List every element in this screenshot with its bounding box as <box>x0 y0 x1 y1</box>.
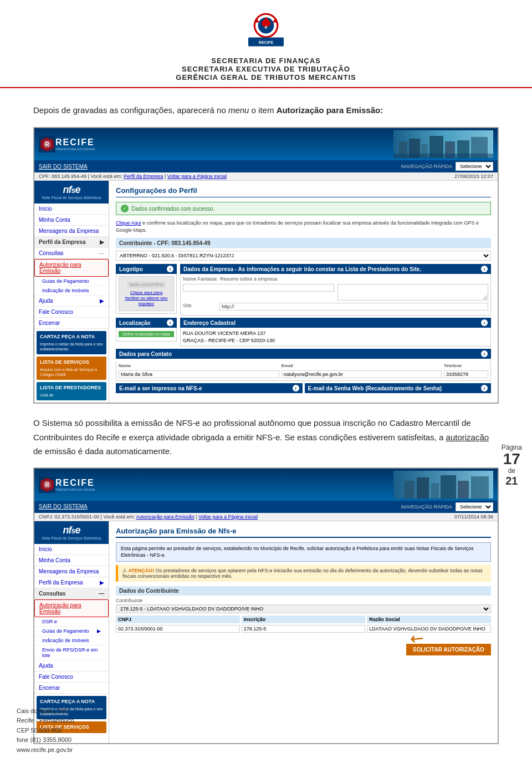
info-icon-6[interactable]: i <box>293 385 299 391</box>
nome-fantasia-input[interactable] <box>183 284 334 292</box>
address-line2: GRAÇAS - RECIFE-PE - CEP 52020-130 <box>183 337 488 344</box>
nav-label: NAVEGAÇÃO RÁPIDA <box>401 164 452 169</box>
contact-name: Maria da Silva <box>119 370 279 378</box>
sidebar2-mensagens[interactable]: Mensagens da Empresa <box>34 566 109 577</box>
mini-shield-icon-2: R <box>39 476 55 493</box>
inscricao-header: Inscrição <box>242 616 366 623</box>
mini-browser-1: R RECIFE PREFEITURA DA CIDADE <box>34 128 498 403</box>
sidebar2-encerrar[interactable]: Encerrar <box>34 683 109 694</box>
city-photo-icon-2 <box>393 471 493 499</box>
mini-recife-logo: R RECIFE PREFEITURA DA CIDADE <box>39 136 95 152</box>
nfse-logo: nfse Nota Fiscal de Serviços Eletrônica <box>34 181 109 204</box>
contribuinte-select[interactable]: ABTERRNO - 021.920.6 - DIST811.RZYN-1212… <box>116 251 491 261</box>
breadcrumb-link1[interactable]: Perfil da Empresa <box>124 174 163 179</box>
mini-content-area: Configurações do Perfil ✓ Dados confirma… <box>109 181 498 403</box>
checkmark-icon: ✓ <box>121 205 129 212</box>
banner-lista-servicos[interactable]: LISTA DE SERVIÇOS Arquivo com a lista de… <box>37 357 106 380</box>
sidebar2-fale[interactable]: Fale Conosco <box>34 672 109 683</box>
svg-rect-23 <box>393 154 493 158</box>
sidebar-item-inicio[interactable]: Início <box>34 204 109 215</box>
screenshot-box-1: R RECIFE PREFEITURA DA CIDADE <box>33 127 499 404</box>
logotipo-section-header: Logotipo i <box>116 264 177 274</box>
info-icon-2[interactable]: i <box>481 266 488 272</box>
contribuinte-select-2[interactable]: 278.125-5 - LDATAAO VGHVGLDAOO DV DADODP… <box>116 604 491 613</box>
sidebar2-minha-conta[interactable]: Minha Conta <box>34 555 109 566</box>
svg-text:R: R <box>45 482 49 488</box>
sidebar2-inicio[interactable]: Início <box>34 544 109 555</box>
sidebar-item-consultas[interactable]: Consultas — <box>34 248 109 259</box>
info-icon-7[interactable]: i <box>481 385 488 391</box>
sidebar-item-minha-conta[interactable]: Minha Conta <box>34 215 109 226</box>
sair-sistema-btn[interactable]: SAIR DO SISTEMA <box>39 164 88 170</box>
breadcrumb-date: 27/08/2015 12:07 <box>454 174 493 179</box>
banner-lista-prestadores[interactable]: LISTA DE PRESTADORES Lista de <box>37 382 106 400</box>
map-btn[interactable]: Define localização no mapa <box>119 331 174 337</box>
breadcrumb-cpf: CPF: 083.145.954-49 | Você está em: <box>39 174 122 179</box>
sidebar2-autorizacao[interactable]: Autorização para Emissão <box>34 599 109 617</box>
sidebar-item-perfil[interactable]: Perfil da Empresa ▶ <box>34 237 109 248</box>
sair-sistema-btn-2[interactable]: SAIR DO SISTEMA <box>39 503 88 510</box>
resumo-textarea[interactable] <box>337 284 489 301</box>
nav-select-2[interactable]: Selecione <box>456 502 493 511</box>
nfse-logo-2: nfse Nota Fiscal de Serviços Eletrônica <box>34 521 109 544</box>
svg-rect-29 <box>405 481 415 499</box>
cnpj-value: 02.373.315/0001-00 <box>116 625 240 633</box>
contribuinte-section-2: Dados do Contribuinte <box>116 586 491 596</box>
empresa-dados-header: Dados da Empresa - As informações a segu… <box>180 264 491 274</box>
sidebar-item-ajuda[interactable]: Ajuda ▶ <box>34 296 109 307</box>
nav-label-2: NAVEGAÇÃO RÁPIDA <box>401 504 452 510</box>
sidebar2-dsr[interactable]: DSR-e <box>34 617 109 627</box>
clique-aqui-link[interactable]: Clique Aqui <box>116 220 141 226</box>
site-input[interactable] <box>219 303 488 311</box>
mini-content-title-2: Autorização para Emissão de Nfs-e <box>116 527 491 538</box>
mini-recife-logo-2: R RECIFE PREFEITURA DA CIDADE <box>39 476 95 493</box>
contribuinte-section: Contribuinte - CPF: 083.145.954-49 <box>116 238 491 248</box>
mini-browser-2: R RECIFE PREFEITURA DA CIDADE <box>34 468 498 744</box>
nav-select[interactable]: Selecione <box>456 162 493 171</box>
info-icon[interactable]: i <box>167 266 173 272</box>
mini-header-2: R RECIFE PREFEITURA DA CIDADE <box>34 469 498 501</box>
sidebar2-envio[interactable]: Envio de RPS/DSR-e em lote <box>34 645 109 660</box>
contribuinte-label-2: Contribuinte <box>116 598 143 603</box>
info-icon-3[interactable]: i <box>167 319 173 326</box>
header-title1: SECRETARIA DE FINANÇAS <box>0 57 532 65</box>
sidebar2-imoveis[interactable]: Indicação de Imóveis <box>34 636 109 645</box>
breadcrumb-link4[interactable]: Voltar para a Página Inicial <box>198 514 258 520</box>
breadcrumb-link3[interactable]: Autorização para Emissão <box>136 514 194 520</box>
logo-upload-box[interactable]: SEM LOGOTIPO Clique aqui para facilitar … <box>119 276 174 311</box>
mini-breadcrumb: CPF: 083.145.954-49 | Você está em: Perf… <box>34 172 498 181</box>
sidebar-item-fale[interactable]: Fale Conosco <box>34 307 109 318</box>
sidebar-item-guias[interactable]: Guias de Pagamento <box>34 277 109 286</box>
banner-cartaz[interactable]: CARTAZ PEÇA A NOTA Imprima o cartaz da N… <box>37 331 106 354</box>
breadcrumb-link2[interactable]: Voltar para a Página Inicial <box>167 174 227 179</box>
email-col-header: Email <box>282 363 442 368</box>
sidebar-item-imoveis[interactable]: Indicação de Imóveis <box>34 286 109 296</box>
contato-section-header: Dados para Contato i <box>116 349 491 359</box>
sidebar2-guias[interactable]: Guias de Pagamento ▶ <box>34 627 109 636</box>
sidebar2-consultas[interactable]: Consultas — <box>34 588 109 599</box>
autorizacao-underline: autorização <box>446 433 489 442</box>
info-icon-4[interactable]: i <box>481 319 488 326</box>
svg-rect-31 <box>431 483 439 499</box>
site-label: Site <box>183 303 216 308</box>
info-text: Clique Aqui e confirme sua localização n… <box>116 220 491 233</box>
change-logo-link[interactable]: Clique aqui para facilitar ou alterar se… <box>125 290 167 306</box>
localizacao-section-header: Localização i <box>116 318 177 328</box>
sidebar2-ajuda[interactable]: Ajuda <box>34 660 109 672</box>
header-title2: SECRETARIA EXECUTIVA DE TRIBUTAÇÃO <box>0 65 532 73</box>
sidebar-item-mensagens[interactable]: Mensagens da Empresa <box>34 226 109 237</box>
svg-text:R: R <box>265 26 268 29</box>
contact-phone: 33358278 <box>444 370 488 378</box>
info-icon-5[interactable]: i <box>481 350 488 357</box>
svg-rect-4 <box>262 21 270 26</box>
sidebar2-perfil[interactable]: Perfil da Empresa ▶ <box>34 577 109 588</box>
sidebar-item-encerrar[interactable]: Encerrar <box>34 318 109 329</box>
svg-text:R: R <box>45 141 49 148</box>
page-number: Página 17 de 21 <box>502 444 522 487</box>
sidebar-item-autorizacao[interactable]: Autorização para Emissão <box>34 259 109 277</box>
contact-email: natalyura@recife.pe.gov.br <box>282 370 442 378</box>
address-block: Cais do Apolo, 925 Recife - Pernambuco C… <box>17 706 74 755</box>
mini-shield-icon: R <box>39 136 55 152</box>
mini-header-photo <box>393 130 493 158</box>
mini-header: R RECIFE PREFEITURA DA CIDADE <box>34 128 498 160</box>
